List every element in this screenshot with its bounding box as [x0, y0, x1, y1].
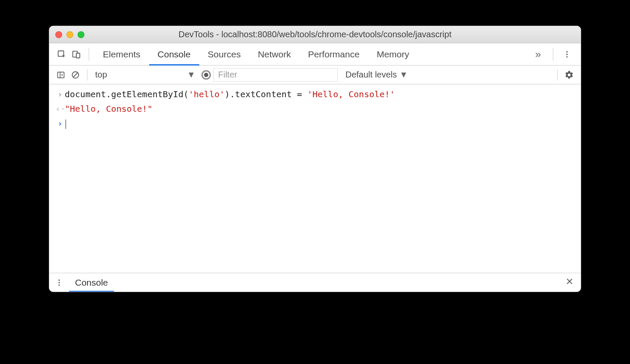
- svg-rect-6: [58, 72, 64, 78]
- console-input-line: › document.getElementById('hello').textC…: [49, 87, 581, 101]
- context-label: top: [95, 70, 107, 80]
- titlebar: DevTools - localhost:8080/web/tools/chro…: [49, 26, 581, 43]
- svg-point-13: [58, 284, 60, 286]
- drawer-tab-console[interactable]: Console: [69, 273, 114, 292]
- minimize-window-button[interactable]: [66, 31, 73, 38]
- tab-network[interactable]: Network: [249, 43, 300, 66]
- settings-menu-icon[interactable]: [558, 50, 576, 59]
- clear-console-icon[interactable]: [68, 68, 83, 82]
- divider: [87, 69, 87, 81]
- prompt-chevron-icon: ›: [55, 116, 65, 131]
- text-cursor: [66, 119, 66, 129]
- close-drawer-icon[interactable]: [558, 277, 581, 288]
- output-chevron-icon: ‹·: [55, 101, 65, 116]
- devtools-window: DevTools - localhost:8080/web/tools/chro…: [49, 26, 581, 292]
- console-body[interactable]: › document.getElementById('hello').textC…: [49, 84, 581, 273]
- console-sidebar-toggle-icon[interactable]: [54, 68, 68, 82]
- svg-line-9: [73, 73, 78, 77]
- traffic-lights: [55, 31, 84, 38]
- svg-point-3: [566, 51, 567, 52]
- svg-point-12: [58, 282, 60, 283]
- chevron-down-icon: ▼: [187, 70, 195, 80]
- window-title: DevTools - localhost:8080/web/tools/chro…: [49, 30, 581, 39]
- console-settings-icon[interactable]: [562, 68, 576, 82]
- main-tabs: Elements Console Sources Network Perform…: [49, 43, 581, 66]
- inspect-element-icon[interactable]: [54, 47, 69, 62]
- divider: [557, 69, 558, 81]
- svg-point-5: [566, 56, 567, 57]
- tab-memory[interactable]: Memory: [368, 43, 418, 66]
- svg-rect-2: [76, 53, 80, 58]
- drawer: Console: [49, 273, 581, 292]
- svg-point-11: [58, 279, 60, 280]
- console-output-line: ‹· "Hello, Console!": [49, 101, 581, 116]
- levels-label: Default levels: [345, 70, 397, 80]
- live-expression-icon[interactable]: [199, 68, 213, 82]
- device-toolbar-icon[interactable]: [69, 47, 84, 62]
- divider: [553, 48, 553, 61]
- svg-point-10: [204, 73, 208, 77]
- zoom-window-button[interactable]: [78, 31, 84, 38]
- drawer-menu-icon[interactable]: [49, 278, 69, 287]
- console-toolbar: top ▼ Default levels ▼: [49, 66, 581, 84]
- close-window-button[interactable]: [55, 31, 62, 38]
- input-chevron-icon: ›: [55, 87, 65, 101]
- filter-input[interactable]: [213, 68, 338, 82]
- execution-context-select[interactable]: top ▼: [92, 70, 199, 80]
- console-prompt-line[interactable]: ›: [49, 116, 581, 131]
- log-levels-select[interactable]: Default levels ▼: [345, 70, 408, 80]
- tab-console[interactable]: Console: [149, 43, 199, 66]
- console-code: document.getElementById('hello').textCon…: [65, 87, 395, 101]
- more-tabs-icon[interactable]: »: [528, 48, 548, 60]
- tab-performance[interactable]: Performance: [300, 43, 368, 66]
- tab-sources[interactable]: Sources: [199, 43, 249, 66]
- console-output: "Hello, Console!": [65, 101, 153, 116]
- tab-elements[interactable]: Elements: [94, 43, 149, 66]
- chevron-down-icon: ▼: [399, 70, 408, 80]
- divider: [89, 48, 89, 61]
- svg-point-4: [566, 54, 567, 55]
